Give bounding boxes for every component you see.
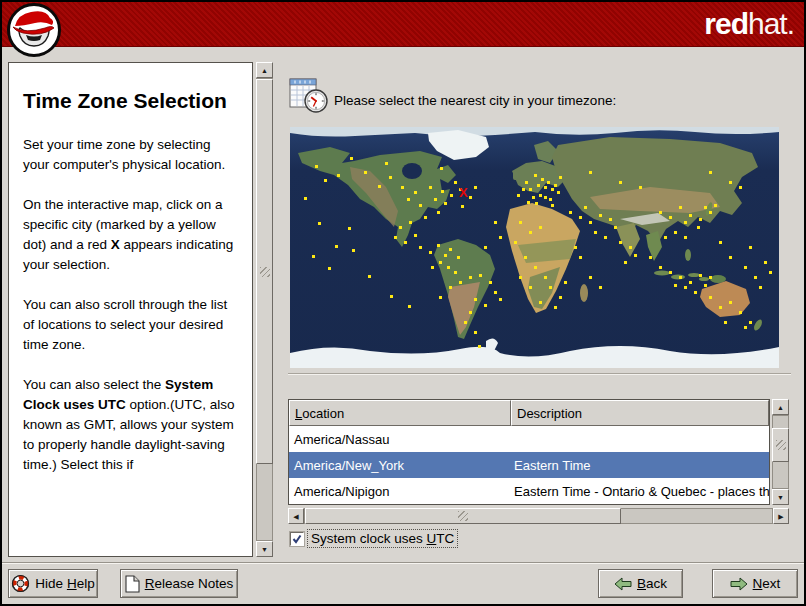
- city-dot[interactable]: [719, 306, 722, 309]
- city-dot[interactable]: [744, 326, 747, 329]
- city-dot[interactable]: [447, 266, 450, 269]
- table-row[interactable]: America/Nassau: [289, 426, 769, 452]
- city-dot[interactable]: [429, 186, 432, 189]
- city-dot[interactable]: [469, 276, 472, 279]
- city-dot[interactable]: [544, 276, 547, 279]
- city-dot[interactable]: [315, 165, 318, 168]
- city-dot[interactable]: [769, 271, 772, 274]
- city-dot[interactable]: [699, 274, 702, 277]
- city-dot[interactable]: [547, 181, 550, 184]
- city-dot[interactable]: [699, 218, 702, 221]
- city-dot[interactable]: [704, 284, 707, 287]
- city-dot[interactable]: [579, 256, 582, 259]
- city-dot[interactable]: [574, 246, 577, 249]
- city-dot[interactable]: [539, 194, 542, 197]
- city-dot[interactable]: [619, 241, 622, 244]
- scroll-down-icon[interactable]: ▼: [772, 489, 789, 505]
- city-dot[interactable]: [694, 291, 697, 294]
- city-dot[interactable]: [679, 276, 682, 279]
- city-dot[interactable]: [404, 241, 407, 244]
- city-dot[interactable]: [304, 197, 307, 200]
- city-dot[interactable]: [449, 248, 452, 251]
- city-dot[interactable]: [389, 176, 392, 179]
- city-dot[interactable]: [544, 186, 547, 189]
- city-dot[interactable]: [312, 255, 315, 258]
- help-scrollbar[interactable]: ▲ ▼: [256, 62, 273, 557]
- city-dot[interactable]: [437, 244, 440, 247]
- scroll-down-icon[interactable]: ▼: [256, 541, 273, 557]
- city-dot[interactable]: [522, 188, 525, 191]
- column-header-location[interactable]: Location: [289, 400, 511, 426]
- help-scrollbar-track[interactable]: [256, 78, 273, 541]
- city-dot[interactable]: [494, 291, 497, 294]
- city-dot[interactable]: [489, 281, 492, 284]
- city-dot[interactable]: [544, 196, 547, 199]
- city-dot[interactable]: [739, 311, 742, 314]
- city-dot[interactable]: [431, 266, 434, 269]
- city-dot[interactable]: [749, 321, 752, 324]
- city-dot[interactable]: [385, 162, 388, 165]
- city-dot[interactable]: [401, 186, 404, 189]
- city-dot[interactable]: [337, 174, 340, 177]
- utc-checkbox-label[interactable]: System clock uses UTC: [307, 529, 458, 548]
- scroll-left-icon[interactable]: ◀: [288, 508, 304, 524]
- city-dot[interactable]: [407, 198, 410, 201]
- city-dot[interactable]: [689, 214, 692, 217]
- table-hscrollbar-track[interactable]: [304, 508, 773, 524]
- scroll-right-icon[interactable]: ▶: [773, 508, 789, 524]
- city-dot[interactable]: [464, 321, 467, 324]
- city-dot[interactable]: [524, 256, 527, 259]
- city-dot[interactable]: [634, 254, 637, 257]
- city-dot[interactable]: [729, 256, 732, 259]
- city-dot[interactable]: [669, 216, 672, 219]
- city-dot[interactable]: [454, 181, 457, 184]
- city-dot[interactable]: [664, 236, 667, 239]
- city-dot[interactable]: [684, 221, 687, 224]
- city-dot[interactable]: [579, 216, 582, 219]
- city-dot[interactable]: [554, 184, 557, 187]
- city-dot[interactable]: [749, 246, 752, 249]
- city-dot[interactable]: [754, 276, 757, 279]
- city-dot[interactable]: [318, 222, 321, 225]
- city-dot[interactable]: [719, 241, 722, 244]
- city-dot[interactable]: [484, 304, 487, 307]
- city-dot[interactable]: [324, 179, 327, 182]
- city-dot[interactable]: [559, 296, 562, 299]
- city-dot[interactable]: [551, 188, 554, 191]
- city-dot[interactable]: [697, 226, 700, 229]
- city-dot[interactable]: [439, 296, 442, 299]
- city-dot[interactable]: [549, 286, 552, 289]
- city-dot[interactable]: [557, 191, 560, 194]
- city-dot[interactable]: [348, 227, 351, 230]
- city-dot[interactable]: [408, 305, 411, 308]
- city-dot[interactable]: [714, 204, 717, 207]
- city-dot[interactable]: [499, 298, 502, 301]
- city-dot[interactable]: [684, 236, 687, 239]
- city-dot[interactable]: [444, 254, 447, 257]
- city-dot[interactable]: [478, 345, 481, 348]
- table-vscrollbar-thumb[interactable]: [772, 428, 789, 462]
- city-dot[interactable]: [594, 231, 597, 234]
- column-header-description[interactable]: Description: [511, 400, 769, 426]
- city-dot[interactable]: [450, 194, 453, 197]
- city-dot[interactable]: [424, 216, 427, 219]
- city-dot[interactable]: [704, 206, 707, 209]
- city-dot[interactable]: [364, 171, 367, 174]
- city-dot[interactable]: [674, 284, 677, 287]
- city-dot[interactable]: [629, 246, 632, 249]
- city-dot[interactable]: [441, 190, 444, 193]
- city-dot[interactable]: [529, 188, 532, 191]
- city-dot[interactable]: [514, 241, 517, 244]
- scroll-up-icon[interactable]: ▲: [772, 399, 789, 415]
- city-dot[interactable]: [527, 201, 530, 204]
- city-dot[interactable]: [529, 286, 532, 289]
- city-dot[interactable]: [368, 275, 371, 278]
- city-dot[interactable]: [729, 301, 732, 304]
- city-dot[interactable]: [474, 331, 477, 334]
- city-dot[interactable]: [549, 198, 552, 201]
- table-vscrollbar-track[interactable]: [772, 415, 789, 489]
- city-dot[interactable]: [517, 194, 520, 197]
- city-dot[interactable]: [609, 218, 612, 221]
- city-dot[interactable]: [534, 266, 537, 269]
- city-dot[interactable]: [659, 266, 662, 269]
